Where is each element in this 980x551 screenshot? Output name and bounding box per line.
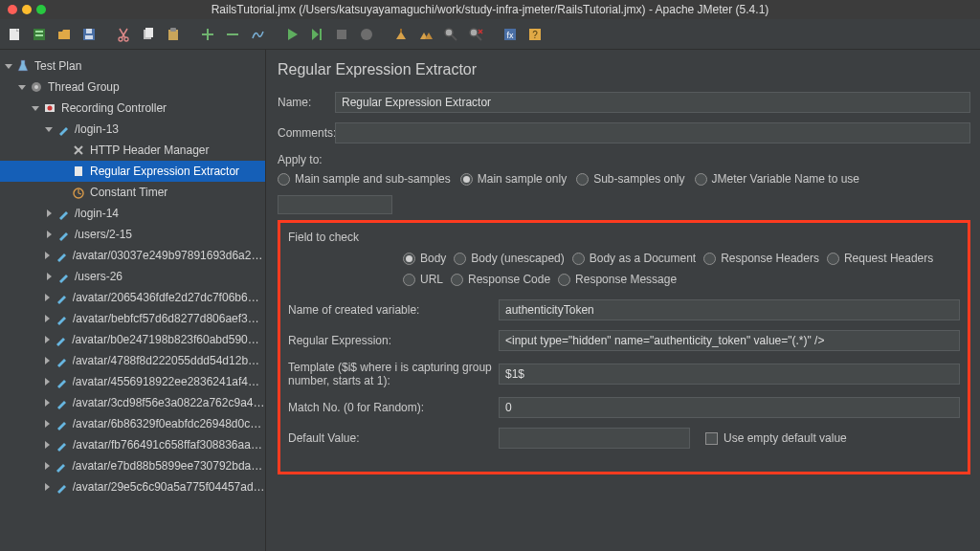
tree-avatar-item[interactable]: /avatar/3cd98f56e3a0822a762c9a4b85fd5685… bbox=[0, 392, 265, 413]
pipette-icon bbox=[54, 353, 69, 368]
tree-avatar-item[interactable]: /avatar/6b86329f0eabfdc26948d0c4ab7a5e36… bbox=[0, 413, 265, 434]
tree-avatar-item[interactable]: /avatar/b0e247198b823f60abd5908730477b2c… bbox=[0, 329, 265, 350]
copy-button[interactable] bbox=[138, 24, 159, 45]
help-button[interactable]: ? bbox=[524, 24, 546, 45]
tree-avatar-item[interactable]: /avatar/fb766491c658ffaf308836aab77a874f… bbox=[0, 434, 265, 455]
var-name-input[interactable] bbox=[499, 299, 960, 320]
expand-icon[interactable] bbox=[44, 398, 52, 408]
expand-icon[interactable] bbox=[44, 461, 51, 471]
radio-main-and-sub[interactable]: Main sample and sub-samples bbox=[278, 172, 451, 186]
expand-icon[interactable] bbox=[44, 251, 52, 260]
regex-input[interactable] bbox=[499, 330, 960, 351]
form-panel: Regular Expression Extractor Name: Comme… bbox=[266, 50, 980, 551]
tree-login-14[interactable]: /login-14 bbox=[0, 203, 265, 224]
svg-text:?: ? bbox=[532, 30, 538, 40]
tree-login-13[interactable]: /login-13 bbox=[0, 119, 265, 140]
radio-response-headers[interactable]: Response Headers bbox=[703, 252, 819, 265]
templates-button[interactable] bbox=[29, 24, 50, 45]
svg-point-18 bbox=[470, 29, 478, 36]
radio-url[interactable]: URL bbox=[403, 273, 443, 286]
svg-point-24 bbox=[34, 85, 38, 89]
tree-regex-extractor[interactable]: Regular Expression Extractor bbox=[0, 161, 265, 182]
expand-icon[interactable] bbox=[44, 482, 52, 492]
function-helper-button[interactable]: fx bbox=[500, 24, 521, 45]
close-window[interactable] bbox=[8, 5, 17, 14]
expand-icon[interactable] bbox=[44, 272, 54, 281]
tree-test-plan[interactable]: Test Plan bbox=[0, 55, 265, 77]
tree-avatar-item[interactable]: /avatar/e7bd88b5899ee730792bda440e23722a… bbox=[0, 455, 265, 476]
search-button[interactable] bbox=[440, 24, 461, 45]
template-row: Template ($i$ where i is capturing group… bbox=[288, 361, 960, 387]
tree-label: /avatar/b0e247198b823f60abd5908730477b2c… bbox=[72, 333, 265, 346]
name-input[interactable] bbox=[335, 92, 970, 113]
expand-icon[interactable] bbox=[44, 293, 52, 302]
pipette-icon bbox=[56, 269, 71, 284]
expand-button[interactable] bbox=[197, 24, 218, 45]
svg-rect-2 bbox=[35, 31, 43, 33]
template-label: Template ($i$ where i is capturing group… bbox=[288, 361, 499, 387]
save-button[interactable] bbox=[78, 24, 100, 45]
tree-constant-timer[interactable]: Constant Timer bbox=[0, 182, 265, 203]
radio-main-only[interactable]: Main sample only bbox=[460, 172, 567, 186]
tree-avatar-item[interactable]: /avatar/03037e249b97891693d6a292289be0ff… bbox=[0, 245, 265, 266]
radio-sub-only[interactable]: Sub-samples only bbox=[576, 172, 684, 186]
tree-avatar-item[interactable]: /users-26 bbox=[0, 266, 265, 287]
expand-icon[interactable] bbox=[17, 82, 27, 92]
tree-avatar-item[interactable]: /avatar/bebfcf57d6d8277d806aef3385c078d-… bbox=[0, 308, 265, 329]
empty-default-checkbox[interactable]: Use empty default value bbox=[705, 431, 847, 445]
radio-jmeter-var[interactable]: JMeter Variable Name to use bbox=[695, 172, 860, 186]
expand-icon[interactable] bbox=[44, 419, 52, 429]
toggle-button[interactable] bbox=[247, 24, 268, 45]
radio-body-unescaped[interactable]: Body (unescaped) bbox=[454, 252, 564, 265]
expand-icon[interactable] bbox=[31, 103, 40, 113]
jmeter-var-input[interactable] bbox=[278, 195, 392, 214]
start-button[interactable] bbox=[281, 24, 302, 45]
expand-icon[interactable] bbox=[44, 440, 52, 450]
main-area: Test Plan Thread Group Recording Control… bbox=[0, 50, 980, 551]
svg-rect-14 bbox=[337, 30, 346, 39]
comments-input[interactable] bbox=[335, 122, 970, 143]
shutdown-button[interactable] bbox=[356, 24, 377, 45]
tree-http-header[interactable]: HTTP Header Manager bbox=[0, 140, 265, 161]
radio-request-headers[interactable]: Request Headers bbox=[827, 252, 933, 265]
new-button[interactable] bbox=[4, 24, 25, 45]
expand-icon[interactable] bbox=[44, 314, 52, 323]
expand-icon[interactable] bbox=[44, 356, 52, 365]
comments-row: Comments: bbox=[278, 122, 970, 143]
expand-icon[interactable] bbox=[44, 124, 54, 134]
template-input[interactable] bbox=[499, 364, 960, 385]
tree-avatar-item[interactable]: /avatar/2065436fdfe2d27dc7f06b6787a4a1af… bbox=[0, 287, 265, 308]
paste-button[interactable] bbox=[163, 24, 184, 45]
reset-search-button[interactable] bbox=[465, 24, 486, 45]
svg-point-7 bbox=[119, 37, 122, 41]
svg-rect-3 bbox=[35, 34, 43, 36]
expand-icon[interactable] bbox=[44, 377, 52, 386]
tree-thread-group[interactable]: Thread Group bbox=[0, 77, 265, 98]
clear-all-button[interactable] bbox=[415, 24, 436, 45]
tree-recording-controller[interactable]: Recording Controller bbox=[0, 98, 265, 119]
expand-icon[interactable] bbox=[44, 230, 54, 239]
radio-response-code[interactable]: Response Code bbox=[451, 273, 550, 286]
tree-label: /users/2-15 bbox=[75, 228, 132, 241]
radio-body[interactable]: Body bbox=[403, 252, 446, 265]
tree-avatar-item[interactable]: /avatar/29e5c6c90a5a775f04457add23bbd40-… bbox=[0, 476, 265, 497]
tree-avatar-item[interactable]: /avatar/4788f8d222055ddd54d12b75514cd8c3… bbox=[0, 350, 265, 371]
tree-users-2-15[interactable]: /users/2-15 bbox=[0, 224, 265, 245]
expand-icon[interactable] bbox=[44, 335, 51, 344]
stop-button[interactable] bbox=[331, 24, 352, 45]
match-no-input[interactable] bbox=[499, 397, 960, 418]
default-input[interactable] bbox=[499, 428, 690, 449]
expand-icon[interactable] bbox=[4, 61, 13, 71]
minimize-window[interactable] bbox=[22, 5, 32, 14]
collapse-button[interactable] bbox=[222, 24, 243, 45]
expand-icon[interactable] bbox=[44, 209, 54, 218]
radio-body-doc[interactable]: Body as a Document bbox=[572, 252, 696, 265]
open-button[interactable] bbox=[54, 24, 75, 45]
zoom-window[interactable] bbox=[36, 5, 46, 14]
start-no-pause-button[interactable] bbox=[306, 24, 327, 45]
svg-point-26 bbox=[48, 106, 53, 111]
radio-response-message[interactable]: Response Message bbox=[558, 273, 677, 286]
clear-button[interactable] bbox=[390, 24, 412, 45]
tree-avatar-item[interactable]: /avatar/4556918922ee2836241af45928ab0618… bbox=[0, 371, 265, 392]
cut-button[interactable] bbox=[113, 24, 134, 45]
